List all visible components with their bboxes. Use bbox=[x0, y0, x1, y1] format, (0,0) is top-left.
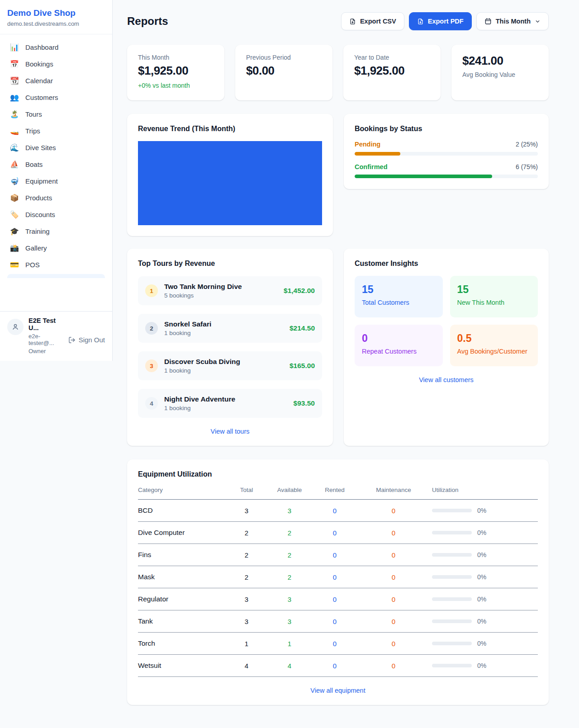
view-all-tours-link[interactable]: View all tours bbox=[138, 428, 322, 435]
file-download-icon bbox=[417, 18, 424, 25]
status-row-pending: Pending 2 (25%) bbox=[355, 141, 538, 156]
rank-badge: 1 bbox=[145, 284, 158, 297]
sign-out-icon bbox=[68, 336, 76, 344]
sidebar-item-active-partial[interactable] bbox=[7, 274, 105, 278]
equipment-table-header: Category Total Available Rented Maintena… bbox=[138, 487, 538, 500]
equipment-total: 4 bbox=[224, 662, 269, 670]
sidebar-item-boats[interactable]: ⛵Boats bbox=[4, 156, 109, 173]
sidebar-item-training[interactable]: 🎓Training bbox=[4, 223, 109, 240]
utilization-bar bbox=[432, 664, 472, 667]
bookings-calendar-icon: 📅 bbox=[10, 61, 19, 68]
insights-row: Top Tours by Revenue 1 Two Tank Morning … bbox=[127, 249, 549, 446]
utilization-percent: 0% bbox=[477, 618, 486, 625]
person-icon bbox=[11, 323, 19, 331]
equipment-available: 3 bbox=[269, 507, 310, 515]
camera-icon: 📸 bbox=[10, 245, 19, 252]
sidebar-item-customers[interactable]: 👥Customers bbox=[4, 89, 109, 106]
main-content: Reports Export CSV Export PDF This Month… bbox=[127, 0, 549, 723]
sidebar-item-label: POS bbox=[25, 261, 40, 269]
equipment-available: 1 bbox=[269, 640, 310, 648]
sidebar-item-dive-sites[interactable]: 🌊Dive Sites bbox=[4, 139, 109, 156]
utilization-bar bbox=[432, 531, 472, 534]
status-label: Confirmed bbox=[355, 163, 388, 170]
equipment-maintenance: 0 bbox=[360, 573, 427, 581]
utilization-cell: 0% bbox=[427, 662, 538, 669]
export-pdf-button[interactable]: Export PDF bbox=[409, 12, 472, 30]
tile-repeat-customers: 0 Repeat Customers bbox=[355, 325, 443, 366]
tour-revenue: $214.50 bbox=[290, 324, 315, 332]
equipment-category: Regulator bbox=[138, 595, 224, 603]
sidebar-item-label: Gallery bbox=[25, 244, 47, 252]
utilization-bar bbox=[432, 619, 472, 623]
utilization-bar bbox=[432, 642, 472, 645]
table-row: Tank 3 3 0 0 0% bbox=[138, 610, 538, 633]
equipment-maintenance: 0 bbox=[360, 662, 427, 670]
sidebar-item-label: Bookings bbox=[25, 60, 53, 68]
tile-value: 0 bbox=[362, 332, 436, 345]
revenue-trend-bar bbox=[138, 141, 322, 225]
utilization-bar bbox=[432, 575, 472, 579]
utilization-percent: 0% bbox=[477, 662, 486, 669]
tour-name: Two Tank Morning Dive bbox=[164, 283, 242, 290]
tile-value: 0.5 bbox=[457, 332, 531, 345]
stat-value: $1,925.00 bbox=[138, 64, 214, 78]
export-csv-button[interactable]: Export CSV bbox=[341, 12, 404, 30]
utilization-percent: 0% bbox=[477, 596, 486, 603]
equipment-category: Wetsuit bbox=[138, 662, 224, 670]
sidebar-item-label: Discounts bbox=[25, 211, 55, 218]
top-tours-card: Top Tours by Revenue 1 Two Tank Morning … bbox=[127, 249, 333, 446]
sidebar-item-trips[interactable]: 🚤Trips bbox=[4, 123, 109, 139]
equipment-maintenance: 0 bbox=[360, 596, 427, 603]
stat-card-year-to-date: Year to Date $1,925.00 bbox=[343, 45, 441, 100]
rank-badge: 4 bbox=[145, 397, 158, 410]
period-label: This Month bbox=[496, 18, 531, 25]
user-info: E2E Test U... e2e-tester@... Owner bbox=[28, 317, 63, 355]
tile-label: Avg Bookings/Customer bbox=[457, 348, 531, 355]
sidebar-item-calendar[interactable]: 📆Calendar bbox=[4, 72, 109, 89]
sidebar-item-products[interactable]: 📦Products bbox=[4, 189, 109, 206]
tile-label: Total Customers bbox=[362, 299, 436, 306]
tour-name: Snorkel Safari bbox=[164, 320, 211, 328]
status-label: Pending bbox=[355, 141, 380, 148]
sidebar-item-gallery[interactable]: 📸Gallery bbox=[4, 240, 109, 256]
sidebar-item-label: Training bbox=[25, 227, 50, 235]
view-all-equipment-link[interactable]: View all equipment bbox=[138, 687, 538, 694]
rank-badge: 3 bbox=[145, 359, 158, 372]
equipment-total: 1 bbox=[224, 640, 269, 648]
avatar bbox=[7, 319, 24, 335]
utilization-percent: 0% bbox=[477, 507, 486, 514]
column-header: Utilization bbox=[427, 487, 538, 493]
sign-out-button[interactable]: Sign Out bbox=[68, 325, 105, 355]
user-panel: E2E Test U... e2e-tester@... Owner Sign … bbox=[0, 311, 112, 361]
equipment-total: 3 bbox=[224, 507, 269, 515]
sidebar-item-label: Dive Sites bbox=[25, 144, 56, 151]
stat-card-previous-period: Previous Period $0.00 bbox=[235, 45, 332, 100]
table-row: Torch 1 1 0 0 0% bbox=[138, 633, 538, 655]
equipment-available: 3 bbox=[269, 618, 310, 625]
period-dropdown[interactable]: This Month bbox=[476, 12, 549, 30]
sidebar-item-tours[interactable]: 🏝️Tours bbox=[4, 106, 109, 123]
equipment-rented: 0 bbox=[310, 529, 360, 537]
equipment-maintenance: 0 bbox=[360, 529, 427, 537]
island-icon: 🏝️ bbox=[10, 111, 19, 118]
equipment-category: Fins bbox=[138, 551, 224, 559]
tour-bookings: 1 booking bbox=[164, 330, 211, 336]
utilization-percent: 0% bbox=[477, 529, 486, 536]
view-all-customers-link[interactable]: View all customers bbox=[355, 376, 538, 383]
sidebar-item-pos[interactable]: 💳POS bbox=[4, 256, 109, 273]
utilization-percent: 0% bbox=[477, 573, 486, 581]
equipment-rented: 0 bbox=[310, 573, 360, 581]
sidebar-item-discounts[interactable]: 🏷️Discounts bbox=[4, 206, 109, 223]
equipment-rented: 0 bbox=[310, 640, 360, 648]
stat-label: Previous Period bbox=[246, 54, 322, 61]
status-value: 6 (75%) bbox=[516, 163, 538, 170]
sidebar-item-dashboard[interactable]: 📊Dashboard bbox=[4, 39, 109, 56]
tour-name: Discover Scuba Diving bbox=[164, 358, 240, 365]
sidebar-item-bookings[interactable]: 📅Bookings bbox=[4, 56, 109, 72]
sidebar-item-equipment[interactable]: 🤿Equipment bbox=[4, 173, 109, 189]
column-header: Maintenance bbox=[360, 487, 427, 493]
table-row: Mask 2 2 0 0 0% bbox=[138, 566, 538, 588]
sidebar-nav: 📊Dashboard 📅Bookings 📆Calendar 👥Customer… bbox=[0, 34, 112, 278]
brand: Demo Dive Shop demo.test.divestreams.com bbox=[0, 0, 112, 34]
equipment-total: 2 bbox=[224, 551, 269, 559]
